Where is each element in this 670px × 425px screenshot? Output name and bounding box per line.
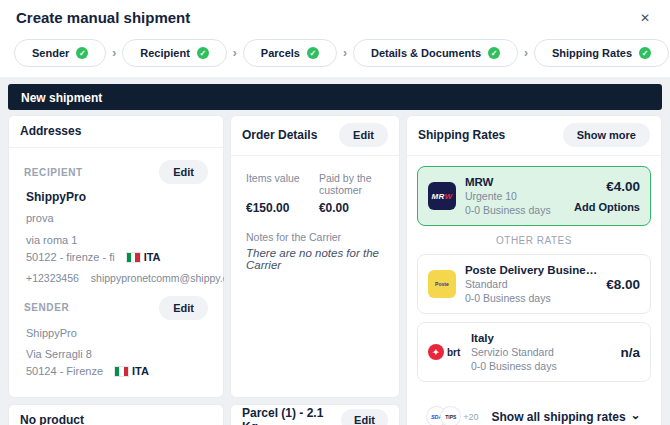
step-parcels[interactable]: Parcels ✓ <box>243 39 337 67</box>
step-label: Sender <box>32 47 69 59</box>
order-details-card: Order Details Edit Items value Paid by t… <box>230 115 400 398</box>
rate-row-selected-mrw[interactable]: MRW MRW Urgente 10 0-0 Business days €4.… <box>417 166 651 226</box>
shipping-rates-title: Shipping Rates <box>418 128 505 142</box>
rate-price: €8.00 <box>606 277 640 292</box>
review-content: New shipment Addresses RECIPIENT Edit Sh… <box>0 77 670 425</box>
sender-country: ITA <box>132 364 149 379</box>
sender-section-label: SENDER <box>24 302 69 313</box>
rate-price: €4.00 <box>574 179 640 194</box>
chevron-right-icon: › <box>112 46 116 60</box>
recipient-email: shippypronetcomm@shippy.com <box>91 272 224 284</box>
step-label: Recipient <box>140 47 190 59</box>
rate-service: Standard <box>465 278 597 290</box>
step-sender[interactable]: Sender ✓ <box>14 39 106 67</box>
step-label: Shipping Rates <box>552 47 632 59</box>
show-all-rates-link[interactable]: Show all shipping rates <box>492 410 626 424</box>
recipient-line2: prova <box>26 211 208 226</box>
other-rates-label: OTHER RATES <box>417 235 651 246</box>
step-label: Details & Documents <box>371 47 481 59</box>
edit-order-details-button[interactable]: Edit <box>339 123 388 147</box>
mrw-logo-text: MR <box>432 192 445 201</box>
chevron-right-icon: › <box>233 46 237 60</box>
rate-carrier-name: MRW <box>465 176 565 188</box>
rate-days: 0-0 Business days <box>471 360 612 372</box>
order-details-title: Order Details <box>242 128 317 142</box>
poste-logo-text: Poste <box>435 281 449 287</box>
more-carriers-count: +20 <box>463 412 478 422</box>
rate-carrier-name: Poste Delivery Busine… <box>465 264 597 276</box>
sender-name: ShippyPro <box>26 326 208 341</box>
add-options-link[interactable]: Add Options <box>574 201 640 213</box>
rate-service: Urgente 10 <box>465 190 565 202</box>
shipping-rates-card: Shipping Rates Show more MRW MRW Urgente… <box>406 115 662 425</box>
recipient-city: 50122 - firenze - fi <box>26 250 115 265</box>
edit-recipient-button[interactable]: Edit <box>159 160 208 184</box>
more-carrier-logos: SDA TIPS +20 <box>427 407 478 425</box>
rate-carrier-name: Italy <box>471 332 612 344</box>
addresses-title: Addresses <box>20 124 81 138</box>
recipient-phone: +12323456 <box>26 272 79 284</box>
sender-street: Via Serragli 8 <box>26 347 208 362</box>
addresses-card: Addresses RECIPIENT Edit ShippyPro prova… <box>8 115 224 398</box>
italy-flag-icon <box>127 253 140 262</box>
check-icon: ✓ <box>639 47 651 59</box>
paid-by-customer-label: Paid by the customer <box>319 172 384 196</box>
tips-logo-icon: TIPS <box>441 407 460 425</box>
brt-circle-icon: ✦ <box>428 344 444 360</box>
close-icon[interactable]: ✕ <box>636 10 654 26</box>
create-shipment-modal: Create manual shipment ✕ Sender ✓ › Reci… <box>0 0 670 425</box>
brt-logo-icon: ✦ brt <box>428 344 462 360</box>
chevron-right-icon: › <box>343 46 347 60</box>
mrw-logo-text: W <box>444 192 452 201</box>
brt-logo-text: brt <box>447 347 460 358</box>
items-value: €150.00 <box>246 201 311 215</box>
rate-days: 0-0 Business days <box>465 292 597 304</box>
steps-breadcrumb: Sender ✓ › Recipient ✓ › Parcels ✓ › Det… <box>0 33 670 77</box>
rate-days: 0-0 Business days <box>465 204 565 216</box>
recipient-street: via roma 1 <box>26 233 208 248</box>
poste-logo-icon: Poste <box>428 270 456 298</box>
edit-parcel-button[interactable]: Edit <box>341 409 388 425</box>
mrw-logo-icon: MRW <box>428 182 456 210</box>
chevron-down-icon: ⌄ <box>631 408 641 422</box>
recipient-name: ShippyPro <box>26 190 208 204</box>
carrier-notes-empty: There are no notes for the Carrier <box>246 247 384 271</box>
show-more-button[interactable]: Show more <box>563 123 650 147</box>
items-value-label: Items value <box>246 172 311 196</box>
step-shipping-rates[interactable]: Shipping Rates ✓ <box>534 39 669 67</box>
check-icon: ✓ <box>307 47 319 59</box>
italy-flag-icon <box>115 367 128 376</box>
sender-city: 50124 - Firenze <box>26 364 103 379</box>
check-icon: ✓ <box>76 47 88 59</box>
edit-sender-button[interactable]: Edit <box>159 296 208 320</box>
rate-price: n/a <box>620 345 640 360</box>
page-title: Create manual shipment <box>16 9 190 26</box>
rate-row-brt[interactable]: ✦ brt Italy Servizio Standard 0-0 Busine… <box>417 322 651 382</box>
rate-service: Servizio Standard <box>471 346 612 358</box>
step-label: Parcels <box>261 47 300 59</box>
check-icon: ✓ <box>197 47 209 59</box>
recipient-country: ITA <box>144 250 161 265</box>
products-card: No product <box>8 404 224 425</box>
step-details-documents[interactable]: Details & Documents ✓ <box>353 39 518 67</box>
carrier-notes-label: Notes for the Carrier <box>246 231 384 243</box>
check-icon: ✓ <box>488 47 500 59</box>
chevron-right-icon: › <box>524 46 528 60</box>
paid-by-customer-value: €0.00 <box>319 201 384 215</box>
recipient-section-label: RECIPIENT <box>24 167 83 178</box>
new-shipment-banner: New shipment <box>8 84 662 110</box>
parcel-card: Parcel (1) - 2.1 Kg Edit <box>230 404 400 425</box>
rate-row-poste[interactable]: Poste Poste Delivery Busine… Standard 0-… <box>417 254 651 314</box>
step-recipient[interactable]: Recipient ✓ <box>122 39 227 67</box>
no-product-label: No product <box>20 413 84 425</box>
modal-header: Create manual shipment ✕ <box>0 0 670 33</box>
banner-title: New shipment <box>21 91 102 105</box>
parcel-label: Parcel (1) - 2.1 Kg <box>242 406 341 425</box>
